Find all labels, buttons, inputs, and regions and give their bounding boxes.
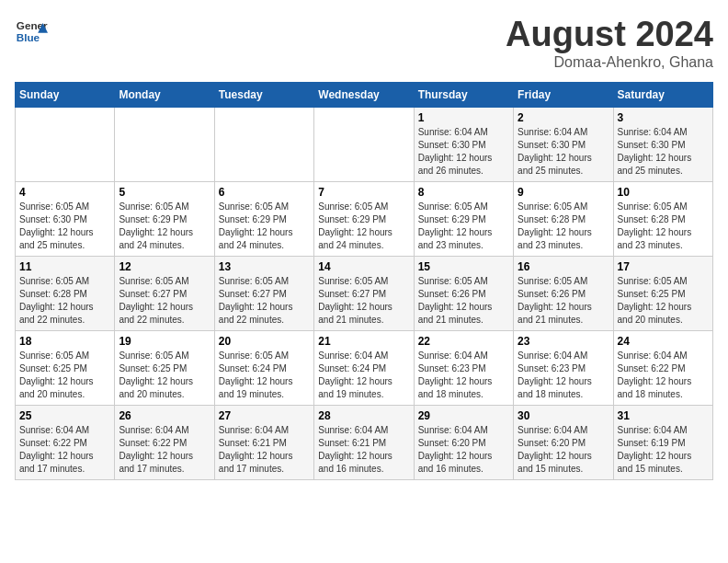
- weekday-header-wednesday: Wednesday: [314, 83, 414, 108]
- day-number: 21: [318, 335, 409, 348]
- calendar-cell: 7Sunrise: 6:05 AMSunset: 6:29 PMDaylight…: [314, 182, 414, 257]
- calendar-cell: 20Sunrise: 6:05 AMSunset: 6:24 PMDayligh…: [214, 331, 313, 406]
- week-row-5: 25Sunrise: 6:04 AMSunset: 6:22 PMDayligh…: [16, 406, 713, 480]
- day-number: 28: [318, 409, 409, 422]
- day-info: Sunrise: 6:05 AMSunset: 6:24 PMDaylight:…: [219, 350, 310, 401]
- title-block: August 2024 Domaa-Ahenkro, Ghana: [506, 15, 713, 71]
- week-row-1: 1Sunrise: 6:04 AMSunset: 6:30 PMDaylight…: [16, 108, 713, 182]
- day-info: Sunrise: 6:05 AMSunset: 6:26 PMDaylight:…: [418, 275, 509, 327]
- calendar-cell: 16Sunrise: 6:05 AMSunset: 6:26 PMDayligh…: [514, 257, 613, 331]
- day-number: 23: [518, 335, 609, 348]
- day-info: Sunrise: 6:04 AMSunset: 6:30 PMDaylight:…: [518, 126, 609, 178]
- day-info: Sunrise: 6:05 AMSunset: 6:26 PMDaylight:…: [518, 275, 609, 327]
- day-info: Sunrise: 6:04 AMSunset: 6:21 PMDaylight:…: [219, 424, 310, 476]
- calendar-cell: 11Sunrise: 6:05 AMSunset: 6:28 PMDayligh…: [16, 257, 115, 331]
- day-info: Sunrise: 6:04 AMSunset: 6:24 PMDaylight:…: [318, 350, 409, 401]
- calendar-cell: 10Sunrise: 6:05 AMSunset: 6:28 PMDayligh…: [613, 182, 712, 257]
- week-row-3: 11Sunrise: 6:05 AMSunset: 6:28 PMDayligh…: [16, 257, 713, 331]
- day-number: 19: [119, 335, 210, 348]
- calendar-cell: 31Sunrise: 6:04 AMSunset: 6:19 PMDayligh…: [613, 406, 712, 480]
- day-info: Sunrise: 6:04 AMSunset: 6:23 PMDaylight:…: [518, 350, 609, 401]
- day-info: Sunrise: 6:04 AMSunset: 6:22 PMDaylight:…: [119, 424, 210, 476]
- calendar-cell: 26Sunrise: 6:04 AMSunset: 6:22 PMDayligh…: [115, 406, 214, 480]
- day-number: 9: [518, 186, 609, 199]
- calendar-cell: 13Sunrise: 6:05 AMSunset: 6:27 PMDayligh…: [214, 257, 313, 331]
- calendar-cell: 19Sunrise: 6:05 AMSunset: 6:25 PMDayligh…: [115, 331, 214, 406]
- weekday-header-sunday: Sunday: [16, 83, 115, 108]
- day-number: 6: [219, 186, 310, 199]
- day-number: 1: [418, 111, 509, 124]
- day-number: 18: [19, 335, 110, 348]
- day-info: Sunrise: 6:04 AMSunset: 6:20 PMDaylight:…: [518, 424, 609, 476]
- day-number: 5: [119, 186, 210, 199]
- day-info: Sunrise: 6:05 AMSunset: 6:28 PMDaylight:…: [618, 201, 709, 252]
- day-info: Sunrise: 6:05 AMSunset: 6:25 PMDaylight:…: [119, 350, 210, 401]
- calendar-cell: 15Sunrise: 6:05 AMSunset: 6:26 PMDayligh…: [414, 257, 513, 331]
- calendar-cell: [214, 108, 313, 182]
- day-number: 27: [219, 409, 310, 422]
- calendar-cell: 18Sunrise: 6:05 AMSunset: 6:25 PMDayligh…: [16, 331, 115, 406]
- weekday-header-tuesday: Tuesday: [214, 83, 313, 108]
- day-info: Sunrise: 6:05 AMSunset: 6:29 PMDaylight:…: [119, 201, 210, 252]
- day-number: 8: [418, 186, 509, 199]
- logo: General Blue: [15, 15, 48, 48]
- weekday-header-monday: Monday: [115, 83, 214, 108]
- day-number: 30: [518, 409, 609, 422]
- day-info: Sunrise: 6:05 AMSunset: 6:29 PMDaylight:…: [219, 201, 310, 252]
- calendar-cell: 23Sunrise: 6:04 AMSunset: 6:23 PMDayligh…: [514, 331, 613, 406]
- day-info: Sunrise: 6:04 AMSunset: 6:22 PMDaylight:…: [19, 424, 110, 476]
- day-info: Sunrise: 6:05 AMSunset: 6:30 PMDaylight:…: [19, 201, 110, 252]
- calendar-cell: 5Sunrise: 6:05 AMSunset: 6:29 PMDaylight…: [115, 182, 214, 257]
- calendar-cell: 17Sunrise: 6:05 AMSunset: 6:25 PMDayligh…: [613, 257, 712, 331]
- day-number: 16: [518, 260, 609, 273]
- day-number: 17: [618, 260, 709, 273]
- day-info: Sunrise: 6:05 AMSunset: 6:27 PMDaylight:…: [318, 275, 409, 327]
- calendar-cell: 3Sunrise: 6:04 AMSunset: 6:30 PMDaylight…: [613, 108, 712, 182]
- calendar-cell: 28Sunrise: 6:04 AMSunset: 6:21 PMDayligh…: [314, 406, 414, 480]
- calendar-cell: 4Sunrise: 6:05 AMSunset: 6:30 PMDaylight…: [16, 182, 115, 257]
- day-info: Sunrise: 6:05 AMSunset: 6:29 PMDaylight:…: [418, 201, 509, 252]
- calendar-cell: 25Sunrise: 6:04 AMSunset: 6:22 PMDayligh…: [16, 406, 115, 480]
- svg-text:Blue: Blue: [17, 31, 40, 43]
- day-info: Sunrise: 6:04 AMSunset: 6:20 PMDaylight:…: [418, 424, 509, 476]
- day-info: Sunrise: 6:05 AMSunset: 6:28 PMDaylight:…: [19, 275, 110, 327]
- day-info: Sunrise: 6:05 AMSunset: 6:25 PMDaylight:…: [618, 275, 709, 327]
- day-info: Sunrise: 6:04 AMSunset: 6:23 PMDaylight:…: [418, 350, 509, 401]
- day-number: 22: [418, 335, 509, 348]
- day-number: 11: [19, 260, 110, 273]
- day-number: 3: [618, 111, 709, 124]
- calendar-cell: 22Sunrise: 6:04 AMSunset: 6:23 PMDayligh…: [414, 331, 513, 406]
- day-number: 31: [618, 409, 709, 422]
- day-number: 26: [119, 409, 210, 422]
- day-info: Sunrise: 6:05 AMSunset: 6:25 PMDaylight:…: [19, 350, 110, 401]
- day-number: 14: [318, 260, 409, 273]
- month-title: August 2024: [506, 15, 713, 54]
- calendar-cell: 6Sunrise: 6:05 AMSunset: 6:29 PMDaylight…: [214, 182, 313, 257]
- day-info: Sunrise: 6:04 AMSunset: 6:22 PMDaylight:…: [618, 350, 709, 401]
- calendar-table: SundayMondayTuesdayWednesdayThursdayFrid…: [15, 82, 713, 480]
- day-number: 2: [518, 111, 609, 124]
- week-row-4: 18Sunrise: 6:05 AMSunset: 6:25 PMDayligh…: [16, 331, 713, 406]
- calendar-cell: 9Sunrise: 6:05 AMSunset: 6:28 PMDaylight…: [514, 182, 613, 257]
- calendar-cell: 27Sunrise: 6:04 AMSunset: 6:21 PMDayligh…: [214, 406, 313, 480]
- day-info: Sunrise: 6:04 AMSunset: 6:30 PMDaylight:…: [418, 126, 509, 178]
- location-title: Domaa-Ahenkro, Ghana: [506, 54, 713, 71]
- day-number: 25: [19, 409, 110, 422]
- day-info: Sunrise: 6:05 AMSunset: 6:27 PMDaylight:…: [219, 275, 310, 327]
- calendar-cell: 24Sunrise: 6:04 AMSunset: 6:22 PMDayligh…: [613, 331, 712, 406]
- day-info: Sunrise: 6:04 AMSunset: 6:19 PMDaylight:…: [618, 424, 709, 476]
- weekday-header-saturday: Saturday: [613, 83, 712, 108]
- weekday-header-row: SundayMondayTuesdayWednesdayThursdayFrid…: [16, 83, 713, 108]
- calendar-cell: [16, 108, 115, 182]
- day-info: Sunrise: 6:05 AMSunset: 6:28 PMDaylight:…: [518, 201, 609, 252]
- page-header: General Blue August 2024 Domaa-Ahenkro, …: [15, 15, 713, 71]
- week-row-2: 4Sunrise: 6:05 AMSunset: 6:30 PMDaylight…: [16, 182, 713, 257]
- day-number: 12: [119, 260, 210, 273]
- calendar-cell: [314, 108, 414, 182]
- calendar-cell: 14Sunrise: 6:05 AMSunset: 6:27 PMDayligh…: [314, 257, 414, 331]
- day-number: 29: [418, 409, 509, 422]
- calendar-cell: 2Sunrise: 6:04 AMSunset: 6:30 PMDaylight…: [514, 108, 613, 182]
- day-number: 15: [418, 260, 509, 273]
- day-number: 20: [219, 335, 310, 348]
- weekday-header-thursday: Thursday: [414, 83, 513, 108]
